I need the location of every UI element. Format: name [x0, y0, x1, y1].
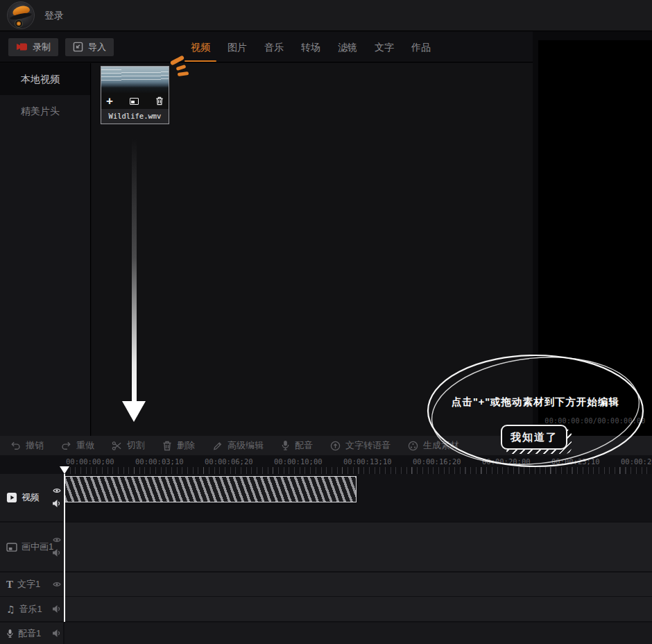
track-lane-text[interactable] [65, 573, 652, 596]
ruler-timecode: 00:00:06;20 [205, 457, 253, 466]
advanced-edit-label: 高级编辑 [228, 439, 264, 452]
ruler-timecode: 00:00:00;00 [66, 457, 114, 466]
track-row-music: ♫ 音乐1 [0, 597, 652, 621]
record-camera-icon [16, 43, 28, 51]
track-lane-voiceover[interactable] [65, 622, 652, 644]
avatar-badge-icon [15, 19, 23, 28]
media-thumbnail [101, 67, 169, 93]
generate-material-label: 生成素材 [423, 439, 459, 452]
track-row-voiceover: 配音1 [0, 622, 652, 644]
timeline-panel: 00:00:00;00 00:00:03;10 00:00:06;20 00:0… [0, 455, 652, 644]
guide-message: 点击"+"或拖动素材到下方开始编辑 [431, 396, 640, 409]
tab-video[interactable]: 视频 [191, 32, 210, 62]
playhead-line [64, 474, 65, 622]
timeline-ruler[interactable] [65, 467, 652, 474]
delete-button[interactable]: 删除 [162, 439, 195, 452]
ruler-timecode: 00:00:20;00 [482, 457, 531, 466]
media-tabs: 视频 图片 音乐 转场 滤镜 文字 作品 [191, 32, 431, 62]
microphone-icon [281, 440, 290, 451]
track-name-label: 视频 [22, 491, 40, 504]
undo-label: 撤销 [26, 439, 44, 452]
text-to-speech-label: 文字转语音 [345, 439, 391, 452]
pip-track-icon [6, 543, 17, 552]
track-name-label: 画中画1 [22, 541, 53, 553]
tab-text[interactable]: 文字 [375, 32, 394, 62]
tab-works[interactable]: 作品 [411, 32, 431, 62]
record-button-label: 录制 [33, 41, 51, 53]
pencil-icon [212, 441, 223, 451]
redo-label: 重做 [76, 439, 94, 452]
login-link[interactable]: 登录 [44, 0, 64, 31]
add-to-timeline-icon[interactable]: + [106, 95, 113, 107]
media-item-wildlife[interactable]: + Wildlife.wmv [101, 66, 169, 124]
tab-music[interactable]: 音乐 [264, 32, 284, 62]
track-name-label: 文字1 [17, 578, 40, 591]
track-name-label: 配音1 [18, 627, 41, 640]
preview-screen[interactable]: 00:00:00:00/00:00:00:00 [538, 40, 652, 436]
track-lane-music[interactable] [65, 597, 652, 621]
track-label-music: ♫ 音乐1 [0, 597, 63, 621]
track-label-video: 视频 [0, 474, 63, 521]
play-track-icon [6, 492, 17, 503]
media-library-panel: + Wildlife.wmv [92, 63, 533, 436]
track-row-pip: 画中画1 [0, 523, 652, 571]
advanced-edit-button[interactable]: 高级编辑 [212, 439, 264, 452]
sidebar-item-intros[interactable]: 精美片头 [0, 95, 90, 127]
app-window: 登录 录制 导入 视频 图片 音乐 转场 滤镜 文字 作品 本地视频 [0, 0, 652, 644]
cut-button[interactable]: 切割 [112, 439, 145, 452]
tab-transition[interactable]: 转场 [301, 32, 320, 62]
import-button-label: 导入 [88, 41, 106, 53]
guide-arrow-head-icon [122, 401, 146, 422]
mute-toggle-icon[interactable] [52, 548, 61, 557]
import-icon [73, 42, 83, 52]
playhead-handle[interactable] [60, 466, 69, 474]
track-lane-video[interactable] [65, 474, 652, 521]
avatar[interactable] [7, 1, 35, 29]
track-lane-pip[interactable] [65, 523, 652, 571]
media-item-actions: + [101, 93, 169, 109]
tab-filter[interactable]: 滤镜 [338, 32, 357, 62]
visibility-toggle-icon[interactable] [53, 581, 61, 588]
mute-toggle-icon[interactable] [52, 629, 61, 638]
mute-toggle-icon[interactable] [52, 499, 61, 508]
generate-material-icon [408, 441, 418, 451]
video-clip[interactable] [65, 476, 357, 502]
visibility-toggle-icon[interactable] [53, 487, 61, 494]
undo-button[interactable]: 撤销 [10, 439, 44, 452]
generate-material-button[interactable]: 生成素材 [408, 439, 459, 452]
guide-confirm-button[interactable]: 我知道了 [501, 425, 567, 450]
record-button[interactable]: 录制 [8, 38, 58, 56]
microphone-track-icon [6, 629, 14, 638]
delete-label: 删除 [177, 439, 195, 452]
tab-image[interactable]: 图片 [228, 32, 247, 62]
text-to-speech-button[interactable]: 文字转语音 [330, 439, 391, 452]
media-filename: Wildlife.wmv [101, 109, 169, 124]
music-track-icon: ♫ [6, 604, 15, 614]
track-name-label: 音乐1 [19, 603, 42, 616]
ruler-timecode: 00:00:26;2 [621, 457, 652, 466]
sidebar-item-local-video[interactable]: 本地视频 [0, 63, 90, 95]
dubbing-button[interactable]: 配音 [281, 439, 313, 452]
track-row-text: T 文字1 [0, 573, 652, 596]
add-to-pip-icon[interactable] [130, 98, 139, 105]
mute-toggle-icon[interactable] [52, 604, 61, 613]
track-label-text: T 文字1 [0, 573, 63, 596]
ruler-timecode: 00:00:23;10 [551, 457, 600, 466]
track-row-video: 视频 [0, 474, 652, 521]
redo-button[interactable]: 重做 [61, 439, 94, 452]
delete-media-icon[interactable] [155, 96, 164, 105]
ruler-timecode: 00:00:13;10 [343, 457, 392, 466]
track-label-pip: 画中画1 [0, 523, 63, 571]
guide-arrow-shaft [132, 139, 137, 402]
ruler-timecode: 00:00:03;10 [135, 457, 184, 466]
import-button[interactable]: 导入 [65, 38, 114, 56]
ruler-timecode: 00:00:10;00 [274, 457, 323, 466]
undo-icon [10, 441, 21, 451]
trash-icon [162, 441, 172, 451]
redo-icon [61, 441, 71, 451]
preview-panel: 00:00:00:00/00:00:00:00 [533, 31, 652, 436]
visibility-toggle-icon[interactable] [53, 536, 61, 543]
text-to-speech-icon [330, 441, 341, 451]
cut-label: 切割 [127, 439, 145, 452]
text-track-icon: T [6, 579, 13, 590]
